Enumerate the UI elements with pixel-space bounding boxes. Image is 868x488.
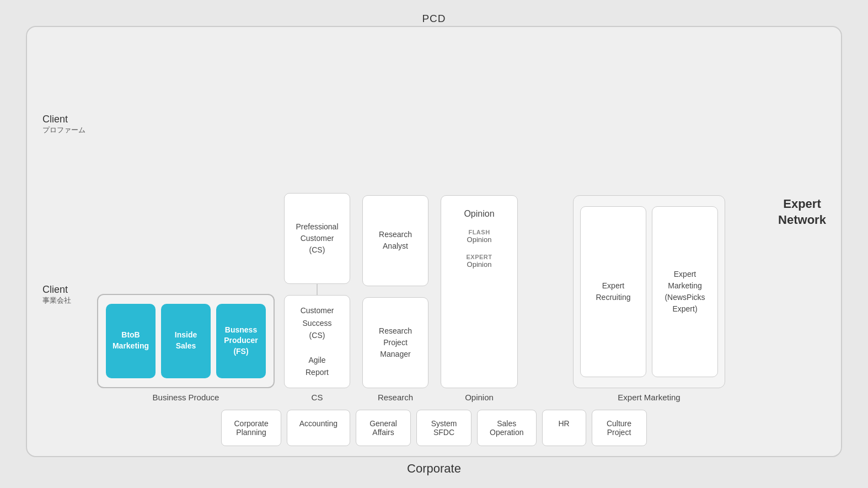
customer-success-card: CustomerSuccess(CS)AgileReport [284, 295, 350, 388]
client-1-main: Client [42, 114, 89, 125]
bp-cards-border: BtoBMarketing InsideSales BusnessProduce… [97, 294, 275, 388]
professional-customer-card: PrefessionalCustomer(CS) [284, 193, 350, 284]
flash-sub: Opinion [467, 235, 492, 244]
client-labels: Client プロファーム Client 事業会社 [42, 39, 89, 402]
cs-column: PrefessionalCustomer(CS) CustomerSuccess… [281, 193, 353, 401]
corporate-cards-section: CorporatePlanning Accounting GeneralAffa… [42, 410, 826, 446]
pcd-label: PCD [422, 13, 446, 25]
corp-card-planning: CorporatePlanning [221, 410, 281, 446]
corporate-label: Corporate [407, 462, 461, 476]
em-label: Expert Marketing [618, 393, 680, 402]
client-2-sub: 事業会社 [42, 296, 89, 305]
corp-card-hr: HR [542, 410, 586, 446]
expert-recruiting-card: ExpertRecruiting [580, 206, 646, 377]
main-outer-box: Client プロファーム Client 事業会社 BtoBMarketing … [26, 26, 842, 457]
expert-opinion-sub: Opinion [466, 260, 492, 269]
inside-sales-card: InsideSales [161, 304, 211, 378]
research-label: Research [378, 393, 413, 402]
opinion-big-card: Opinion FLASH Opinion EXPERT Opinion [441, 195, 518, 388]
corp-card-system: SystemSFDC [416, 410, 471, 446]
corp-card-culture: CultureProject [592, 410, 647, 446]
flash-opinion: FLASH Opinion [467, 229, 492, 244]
opinion-card-title: Opinion [464, 209, 494, 219]
client-1-sub: プロファーム [42, 125, 89, 135]
research-pm-card: ResearchProjectManager [362, 297, 428, 388]
corp-card-sales: SalesOperation [477, 410, 536, 446]
corp-card-accounting: Accounting [287, 410, 350, 446]
expert-opinion-label: EXPERT [466, 254, 492, 260]
flash-label: FLASH [467, 229, 492, 235]
em-cards-border: ExpertRecruiting ExpertMarketing(NewsPic… [573, 195, 725, 388]
busness-producer-card: BusnessProducer(FS) [216, 304, 266, 378]
business-produce-group: BtoBMarketing InsideSales BusnessProduce… [97, 294, 275, 402]
cs-connector [317, 284, 318, 295]
research-column: ResearchAnalyst ResearchProjectManager R… [360, 195, 431, 402]
expert-network-label: ExpertNetwork [779, 39, 826, 402]
full-layout: PCD Client プロファーム Client 事業会社 [15, 13, 853, 476]
bp-label: Business Produce [153, 393, 219, 402]
client-2-main: Client [42, 284, 89, 296]
opinion-label: Opinion [465, 393, 494, 402]
client-label-2: Client 事業会社 [42, 284, 89, 305]
opinion-column: Opinion FLASH Opinion EXPERT Opinion Opi… [438, 195, 521, 402]
research-analyst-card: ResearchAnalyst [362, 195, 428, 286]
top-section: Client プロファーム Client 事業会社 BtoBMarketing … [42, 39, 826, 402]
cs-label: CS [312, 393, 323, 402]
corp-card-general: GeneralAffairs [356, 410, 411, 446]
expert-marketing-card: ExpertMarketing(NewsPicksExpert) [652, 206, 718, 377]
diagram-columns: BtoBMarketing InsideSales BusnessProduce… [97, 39, 771, 402]
expert-marketing-group: ExpertRecruiting ExpertMarketing(NewsPic… [527, 195, 771, 402]
btob-marketing-card: BtoBMarketing [106, 304, 156, 378]
corporate-text: Corporate [407, 462, 461, 475]
expert-opinion: EXPERT Opinion [466, 254, 492, 269]
client-label-1: Client プロファーム [42, 114, 89, 135]
